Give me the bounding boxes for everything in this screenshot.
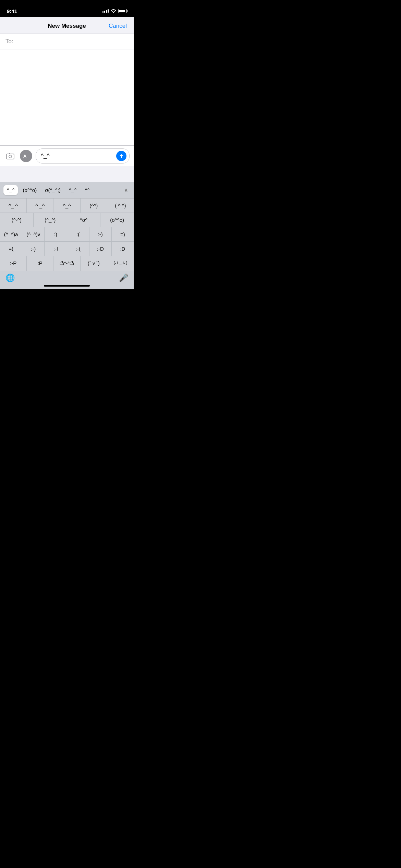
kaomoji-row-2: (^-^) (^_^) ^o^ (o^^o) [0, 213, 134, 227]
kaomoji-cell[interactable]: :-I [45, 242, 67, 256]
emoji-suggestion-3[interactable]: ^_^ [65, 185, 80, 195]
kaomoji-row-1: ^_ ^ ^ _^ ^_^ (^^) ( ^ ^) [0, 198, 134, 213]
kaomoji-cell[interactable]: :-) [89, 227, 112, 241]
kaomoji-cell[interactable]: :-( [67, 242, 89, 256]
kaomoji-cell[interactable]: (^_^)v [22, 227, 45, 241]
svg-rect-0 [7, 154, 14, 159]
emoji-selected[interactable]: ^_^ [3, 185, 18, 195]
emoji-suggestion-4[interactable]: ^^ [81, 185, 93, 195]
message-body[interactable] [0, 49, 134, 145]
status-icons [102, 9, 127, 14]
nav-header: New Message Cancel [0, 17, 134, 34]
to-label: To: [5, 38, 13, 45]
kaomoji-cell[interactable]: :) [45, 227, 67, 241]
to-field: To: [0, 34, 134, 49]
emoji-suggestion-1[interactable]: (o^^o) [19, 185, 40, 195]
kaomoji-cell[interactable]: (^-^) [0, 213, 34, 227]
kaomoji-cell[interactable]: (`ｖ´) [81, 256, 107, 271]
kaomoji-cell[interactable]: =) [112, 227, 134, 241]
status-bar: 9:41 [0, 0, 134, 17]
camera-button[interactable] [4, 150, 16, 162]
cancel-button[interactable]: Cancel [109, 23, 127, 29]
emoji-suggestion-bar: ^_^ (o^^o) σ(^_^;) ^_^ ^^ ∧ [0, 182, 134, 198]
kaomoji-grid: ^_ ^ ^ _^ ^_^ (^^) ( ^ ^) (^-^) (^_^) ^o… [0, 198, 134, 271]
kaomoji-cell[interactable]: ^_ ^ [0, 198, 27, 213]
svg-rect-2 [9, 153, 10, 154]
message-sheet: New Message Cancel To: A [0, 17, 134, 289]
kaomoji-cell[interactable]: ^_^ [53, 198, 80, 213]
signal-icon [102, 9, 109, 13]
input-bar: A [0, 145, 134, 166]
send-button[interactable] [116, 151, 126, 161]
keyboard-area: ^_^ (o^^o) σ(^_^;) ^_^ ^^ ∧ ^_ ^ ^ _^ ^_… [0, 182, 134, 289]
home-indicator [44, 285, 90, 287]
wifi-icon [111, 9, 116, 14]
kaomoji-cell[interactable]: ;-) [22, 242, 45, 256]
nav-title: New Message [48, 23, 86, 29]
globe-button[interactable]: 🌐 [5, 274, 15, 282]
kaomoji-row-3: (^_^)a (^_^)v :) :( :-) =) [0, 227, 134, 242]
kaomoji-cell[interactable]: 凸^-^凸 [53, 256, 80, 271]
kaomoji-cell[interactable]: :-P [0, 256, 27, 271]
svg-point-1 [9, 155, 12, 158]
kaomoji-cell[interactable]: ^o^ [67, 213, 101, 227]
emoji-suggestion-2[interactable]: σ(^_^;) [41, 185, 64, 195]
kaomoji-cell[interactable]: (^_^) [34, 213, 67, 227]
kaomoji-cell[interactable]: :-D [89, 242, 112, 256]
mic-button[interactable]: 🎤 [119, 274, 128, 282]
kaomoji-cell[interactable]: (^_^)a [0, 227, 22, 241]
kaomoji-row-5: :-P :P 凸^-^凸 (`ｖ´) (｡ì _ í｡) [0, 256, 134, 271]
expand-icon[interactable]: ∧ [122, 185, 130, 195]
kaomoji-row-4: =( ;-) :-I :-( :-D :D [0, 242, 134, 256]
battery-icon [118, 9, 127, 13]
message-input-wrap [36, 148, 130, 164]
svg-text:A: A [23, 154, 27, 159]
time-display: 9:41 [7, 8, 17, 14]
message-input[interactable] [41, 153, 116, 159]
kaomoji-cell[interactable]: (o^^o) [100, 213, 134, 227]
kaomoji-cell[interactable]: :( [67, 227, 89, 241]
appstore-button[interactable]: A [20, 150, 32, 162]
to-input[interactable] [16, 38, 128, 45]
kaomoji-cell[interactable]: :D [112, 242, 134, 256]
kaomoji-cell[interactable]: ( ^ ^) [107, 198, 134, 213]
kaomoji-cell[interactable]: =( [0, 242, 22, 256]
kaomoji-cell[interactable]: (｡ì _ í｡) [107, 256, 134, 271]
kaomoji-cell[interactable]: (^^) [81, 198, 107, 213]
kaomoji-cell[interactable]: ^ _^ [27, 198, 53, 213]
kaomoji-cell[interactable]: :P [27, 256, 53, 271]
